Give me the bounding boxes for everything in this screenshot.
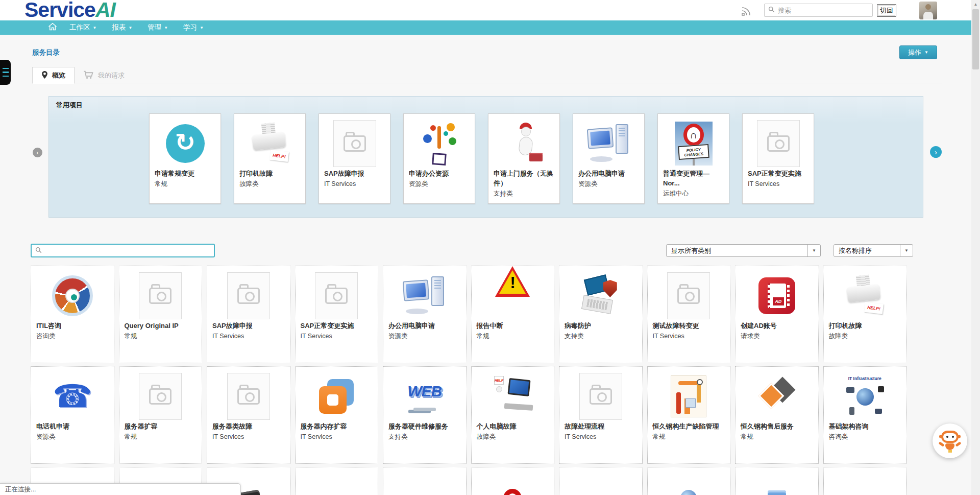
service-category: 资源类 [36,432,109,442]
service-card[interactable]: 测试故障转变更IT Services [647,266,731,363]
camera-placeholder-icon [665,272,712,319]
action-button[interactable]: 操作▼ [899,45,937,59]
camera-placeholder-icon [225,272,272,319]
service-card[interactable]: ITIL咨询咨询类 [31,266,114,363]
nav-home[interactable] [44,20,61,35]
nav-item-学习[interactable]: 学习▼ [183,23,204,32]
carousel-next-button[interactable]: › [930,146,942,158]
chat-assistant-button[interactable] [933,423,967,458]
service-card[interactable] [647,467,731,495]
service-card[interactable]: SAP正常变更实施IT Services [742,113,814,204]
nav-menu: 工作区▼报表▼管理▼学习▼ [69,23,219,32]
service-card[interactable]: HELP个人电脑故障故障类 [471,366,555,464]
nav-item-报表[interactable]: 报表▼ [112,23,132,32]
tab-我的请求[interactable]: 我的请求 [75,67,133,84]
top-header: ServiceAI 切回 [0,0,980,20]
catalog-search-input[interactable] [45,247,210,254]
tab-label: 概览 [52,71,65,80]
scroll-up-arrow[interactable]: ▲ [971,0,980,9]
scrollbar-thumb[interactable] [972,9,979,69]
service-card[interactable]: SAP故障申报IT Services [207,266,290,363]
user-avatar[interactable] [919,2,937,19]
vmware-logo-icon [313,373,360,420]
it-infrastructure-icon: IT Infrastructure [841,373,888,420]
printer-help-icon: HELP! [841,272,888,319]
category-dropdown[interactable]: 显示所有类别▼ [666,244,821,257]
service-card[interactable]: 办公用电脑申请资源类 [573,113,645,204]
service-name: SAP故障申报 [212,321,285,331]
service-name: 申请上门服务（无换件） [494,169,554,188]
chevron-down-icon: ▼ [200,26,204,30]
service-card[interactable] [383,467,467,495]
camera-placeholder-icon [331,120,378,167]
service-card[interactable]: AD创建AD账号请求类 [735,266,819,363]
service-name: 打印机故障 [239,169,300,179]
service-card[interactable]: HELP!打印机故障故障类 [823,266,907,363]
nav-item-label: 管理 [148,23,161,32]
service-category: IT Services [565,432,637,442]
chevron-down-icon: ▼ [164,26,168,30]
service-card[interactable]: Query Original IP常规 [119,266,203,363]
service-card[interactable]: 办公用电脑申请资源类 [383,266,467,363]
service-card[interactable]: 服务器扩容常规 [119,366,203,464]
tab-概览[interactable]: 概览 [32,67,75,84]
service-category: 故障类 [477,432,549,442]
service-card[interactable]: SAP故障申报IT Services [318,113,390,204]
service-card[interactable]: 报告中断常规 [471,266,555,363]
chevron-down-icon: ▼ [128,26,132,30]
service-category: 咨询类 [829,432,901,442]
service-card[interactable]: SOFTWARE [559,467,643,495]
service-name: SAP正常变更实施 [301,321,373,331]
app-logo[interactable]: ServiceAI [24,0,115,22]
nav-item-管理[interactable]: 管理▼ [148,23,168,32]
service-category: 请求类 [741,332,813,341]
service-card[interactable]: ∩POLICY CHANGES普通变更管理—Nor...运维中心 [657,113,729,204]
service-card[interactable] [735,467,819,495]
service-card[interactable] [823,467,907,495]
sort-dropdown[interactable]: 按名称排序▼ [834,244,913,257]
service-card[interactable]: 故障处理流程IT Services [559,366,643,464]
service-card[interactable]: 病毒防护支持类 [559,266,643,363]
header-search-input[interactable] [778,7,869,14]
service-catalog-grid: ITIL咨询咨询类Query Original IP常规SAP故障申报IT Se… [31,266,912,495]
ad-account-icon: AD [753,272,800,319]
catalog-search [31,244,215,257]
service-category: IT Services [324,179,385,189]
resource-tree-icon [416,120,463,167]
service-card[interactable]: IT Infrastructure基础架构咨询咨询类 [823,366,907,464]
service-card[interactable]: SAP正常变更实施IT Services [295,266,379,363]
robot-icon [939,429,961,453]
printer-help-icon: HELP! [247,120,293,167]
service-card[interactable]: 恒久钢构生产缺陷管理常规 [647,366,731,464]
service-name: 申请办公资源 [409,169,470,179]
service-name: 普通变更管理—Nor... [663,169,724,188]
service-category: 常规 [653,432,725,442]
service-card[interactable] [295,467,379,495]
service-card[interactable]: 服务器内存扩容IT Services [295,366,379,464]
service-card[interactable] [471,467,555,495]
service-name: 办公用电脑申请 [388,321,461,331]
web-3d-icon: WEB [401,373,448,420]
service-name: 故障处理流程 [565,422,637,432]
service-name: 个人电脑故障 [477,422,549,432]
service-name: 申请常规变更 [155,169,215,179]
nav-item-工作区[interactable]: 工作区▼ [69,23,96,32]
service-card[interactable]: HELP!打印机故障故障类 [234,113,306,204]
service-card[interactable]: 申请办公资源资源类 [403,113,475,204]
service-category: 常规 [477,332,549,341]
service-name: 服务器硬件维修服务 [388,422,461,432]
switch-back-button[interactable]: 切回 [877,4,896,17]
service-card[interactable]: WEB服务器硬件维修服务支持类 [383,366,467,464]
carousel-prev-button[interactable]: ‹ [33,148,42,157]
service-card[interactable]: ☎电话机申请资源类 [31,366,114,464]
desktop-computer-icon [585,120,632,167]
service-card[interactable]: ↻申请常规变更常规 [149,113,221,204]
service-card[interactable]: 恒久钢构售后服务常规 [735,366,819,464]
service-card[interactable]: 申请上门服务（无换件）支持类 [488,113,560,204]
featured-card-list: ↻申请常规变更常规HELP!打印机故障故障类SAP故障申报IT Services… [149,113,814,204]
tab-bar: 概览我的请求 [32,66,942,83]
rss-icon[interactable] [740,5,753,18]
camera-placeholder-icon [755,120,802,167]
side-menu-tab[interactable] [0,60,11,85]
service-card[interactable]: 服务器类故障IT Services [207,366,290,464]
